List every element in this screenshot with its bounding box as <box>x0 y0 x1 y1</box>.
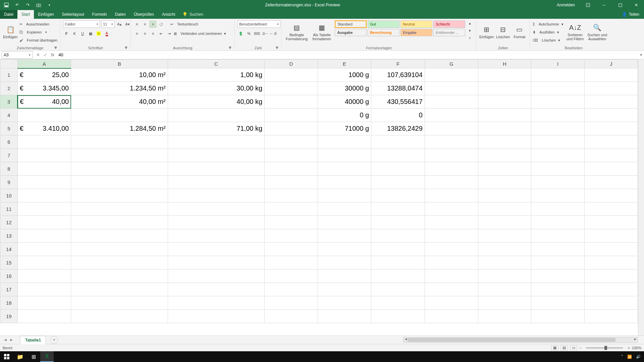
cell[interactable] <box>168 149 264 162</box>
font-size-combo[interactable]: 11▾ <box>101 20 115 28</box>
cell[interactable] <box>168 189 264 202</box>
cell[interactable] <box>425 189 478 202</box>
find-select-button[interactable]: 🔍Suchen und Auswählen <box>587 20 608 44</box>
cell[interactable] <box>265 229 318 243</box>
cell[interactable] <box>425 149 478 162</box>
decrease-decimal-icon[interactable]: ←.0 <box>270 30 276 37</box>
cell[interactable] <box>371 229 425 243</box>
cell[interactable] <box>585 162 638 176</box>
cell[interactable] <box>168 310 264 323</box>
cell[interactable]: 30,00 kg <box>168 82 264 95</box>
align-middle-icon[interactable]: ≡ <box>142 21 148 27</box>
camera-icon[interactable] <box>35 1 42 9</box>
cell[interactable] <box>478 176 531 189</box>
task-view-icon[interactable]: ⊞ <box>27 351 40 362</box>
cell[interactable] <box>71 202 168 216</box>
cell[interactable] <box>168 109 264 122</box>
style-ausgabe[interactable]: Ausgabe <box>335 29 367 36</box>
cell[interactable] <box>371 283 425 296</box>
row-header[interactable]: 3 <box>0 95 18 109</box>
cell[interactable] <box>371 310 425 323</box>
cell[interactable] <box>17 176 71 189</box>
cell[interactable] <box>425 256 478 269</box>
number-format-combo[interactable]: Benutzerdefiniert▾ <box>237 20 280 28</box>
cell[interactable] <box>265 202 318 216</box>
cell[interactable] <box>17 216 71 229</box>
row-header[interactable]: 11 <box>0 202 18 216</box>
cell[interactable] <box>478 135 531 149</box>
cell[interactable] <box>17 310 71 323</box>
cell[interactable] <box>265 176 318 189</box>
tab-home[interactable]: Start <box>17 10 34 19</box>
cell[interactable] <box>71 310 168 323</box>
cell[interactable] <box>478 243 531 256</box>
cell[interactable]: €3.345,00 <box>17 82 71 95</box>
cell[interactable] <box>71 149 168 162</box>
cell[interactable] <box>17 229 71 243</box>
cell[interactable] <box>371 296 425 310</box>
cell[interactable] <box>478 283 531 296</box>
cell[interactable] <box>265 269 318 283</box>
cell[interactable] <box>265 122 318 135</box>
cell[interactable] <box>265 135 318 149</box>
close-icon[interactable]: ✕ <box>629 0 644 10</box>
cell[interactable] <box>318 229 371 243</box>
cell[interactable] <box>585 149 638 162</box>
select-all-corner[interactable] <box>0 60 18 68</box>
cell[interactable] <box>265 283 318 296</box>
cell[interactable]: 430,556417 <box>371 95 425 109</box>
font-name-combo[interactable]: Calibri▾ <box>63 20 100 28</box>
percent-format-icon[interactable]: % <box>246 30 252 37</box>
font-launcher-icon[interactable]: ⯆ <box>124 45 128 50</box>
cell[interactable]: 1,00 kg <box>168 68 264 82</box>
share-button[interactable]: 👤Teilen <box>617 10 644 19</box>
row-header[interactable]: 7 <box>0 149 18 162</box>
sheet-nav-next-icon[interactable]: ► <box>9 338 13 342</box>
cell[interactable] <box>168 243 264 256</box>
cell[interactable] <box>585 202 638 216</box>
signin-button[interactable]: Anmelden <box>552 0 580 10</box>
cell[interactable] <box>168 269 264 283</box>
format-as-table-button[interactable]: ▦Als Tabelle formatieren <box>310 20 333 44</box>
cell[interactable] <box>478 296 531 310</box>
cell[interactable] <box>71 109 168 122</box>
cell[interactable] <box>371 202 425 216</box>
cell[interactable] <box>585 109 638 122</box>
maximize-icon[interactable] <box>612 0 628 10</box>
cell[interactable] <box>478 189 531 202</box>
styles-gallery-icon[interactable]: ▿ <box>467 35 473 41</box>
cell[interactable] <box>318 296 371 310</box>
column-header[interactable]: B <box>71 60 168 68</box>
cell[interactable] <box>531 149 585 162</box>
cell[interactable] <box>585 82 638 95</box>
cell[interactable]: 30000 g <box>318 82 371 95</box>
file-explorer-icon[interactable]: 📁 <box>13 351 27 362</box>
increase-decimal-icon[interactable]: .0→ <box>262 30 268 37</box>
cell[interactable] <box>585 68 638 82</box>
fill-color-button[interactable]: ◊ <box>95 30 102 37</box>
cell[interactable] <box>318 135 371 149</box>
cell[interactable] <box>71 135 168 149</box>
cell[interactable] <box>168 202 264 216</box>
tab-file[interactable]: Datei <box>0 10 17 19</box>
align-left-icon[interactable]: ≡ <box>133 30 140 37</box>
cell[interactable] <box>371 189 425 202</box>
cell[interactable] <box>585 95 638 109</box>
column-header[interactable]: I <box>531 60 585 68</box>
cell[interactable]: 13288,0474 <box>371 82 425 95</box>
cell[interactable] <box>318 176 371 189</box>
cell[interactable] <box>585 296 638 310</box>
cell[interactable] <box>585 135 638 149</box>
cell[interactable] <box>71 229 168 243</box>
tab-view[interactable]: Ansicht <box>158 10 179 19</box>
orientation-icon[interactable]: ⭯ <box>158 21 164 27</box>
cell[interactable] <box>531 243 585 256</box>
cell[interactable] <box>371 216 425 229</box>
cell[interactable]: €40,00 <box>17 95 71 109</box>
cell[interactable] <box>265 162 318 176</box>
format-cells-button[interactable]: ▭Format <box>512 20 527 44</box>
row-header[interactable]: 12 <box>0 216 18 229</box>
cell[interactable] <box>168 229 264 243</box>
copy-button[interactable]: ⿻ Kopieren ▾ <box>19 28 57 36</box>
style-eingabe[interactable]: Eingabe <box>400 29 432 36</box>
